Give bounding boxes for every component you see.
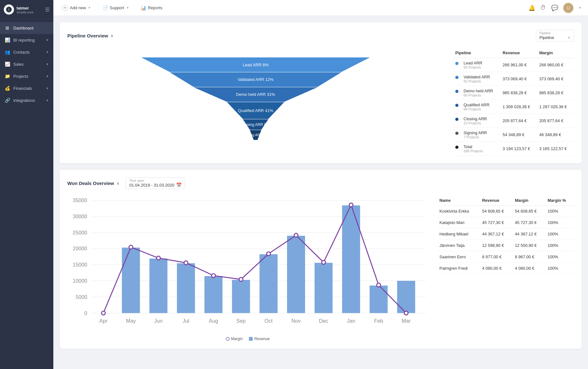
won-deals-title-area: Won Deals Overview ∧ <box>67 181 119 186</box>
sidebar-item-financials[interactable]: 💰 Financials ▼ <box>0 82 53 94</box>
margin-cell: 45 727,30 € <box>513 217 546 228</box>
svg-text:t: t <box>9 8 10 11</box>
svg-text:Oct: Oct <box>264 318 273 324</box>
topbar-left: + Add new ▼ 📄 Support ▼ 📊 Reports <box>60 3 165 13</box>
topbar: + Add new ▼ 📄 Support ▼ 📊 Reports 🔔 ⏱ 💬 … <box>53 0 588 16</box>
logo-area: t taimer Simplify work. ☰ <box>0 0 53 19</box>
revenue-cell: 3 194 123,57 € <box>501 142 537 156</box>
svg-text:Jul: Jul <box>183 318 189 324</box>
margin-pct-cell: 100% <box>546 228 574 240</box>
dot-cell <box>453 72 462 86</box>
pipeline-name-cell: Total 268 Projects <box>462 142 501 156</box>
notifications-icon[interactable]: 🔔 <box>528 4 535 11</box>
integrations-icon: 🔗 <box>4 97 10 103</box>
funnel-chart: Lead ARR 8% Validated ARR 12% Demo held … <box>67 48 444 156</box>
svg-rect-38 <box>315 263 333 313</box>
revenue-col-header: Revenue <box>480 195 513 206</box>
pipeline-name-cell: Demo held ARR 60 Projects <box>462 86 501 100</box>
pipeline-table-row: Validated ARR 55 Projects 373 069,40 € 3… <box>453 72 574 86</box>
pipeline-content: Lead ARR 8% Validated ARR 12% Demo held … <box>67 48 574 156</box>
pipeline-name-cell: Qualified ARR 68 Projects <box>462 100 501 114</box>
sidebar-item-contacts[interactable]: 👥 Contacts ▼ <box>0 46 53 58</box>
margin-col-header: Margin <box>513 195 546 206</box>
reports-button[interactable]: 📊 Reports <box>138 3 165 12</box>
svg-text:35000: 35000 <box>73 197 87 203</box>
person-name-cell: Saarinen Eero <box>438 251 480 263</box>
support-chevron-icon: ▼ <box>126 6 129 10</box>
user-chevron-icon[interactable]: ▼ <box>578 6 582 10</box>
svg-point-52 <box>377 283 381 287</box>
pipeline-table: Pipeline Revenue Margin Lead ARR 55 Proj… <box>453 48 574 156</box>
hamburger-icon[interactable]: ☰ <box>45 7 50 13</box>
pipeline-title-area: Pipeline Overview ∧ <box>67 33 113 38</box>
revenue-cell: 8 977,00 € <box>480 251 513 263</box>
pipeline-name-cell: Closing ARR 23 Projects <box>462 114 501 128</box>
chevron-icon: ▼ <box>46 87 49 90</box>
margin-legend-icon <box>226 337 230 341</box>
app-tagline: Simplify work. <box>17 11 34 14</box>
svg-text:Jan: Jan <box>347 318 356 324</box>
svg-text:Qualified ARR 41%: Qualified ARR 41% <box>238 108 273 113</box>
sidebar-item-dashboard[interactable]: ⊞ Dashboard <box>0 22 53 34</box>
margin-legend-label: Margin <box>231 337 243 341</box>
pipeline-col-header: Pipeline <box>453 48 501 58</box>
sidebar-item-sales[interactable]: 📈 Sales ▼ <box>0 58 53 70</box>
clock-icon[interactable]: ⏱ <box>540 4 546 11</box>
svg-rect-39 <box>342 205 360 313</box>
margin-cell: 1 287 028,36 € <box>538 100 574 114</box>
add-new-label: Add new <box>70 5 86 10</box>
timespan-label: Time span <box>129 179 182 182</box>
dot-cell <box>453 128 462 142</box>
timespan-selector[interactable]: Time span 01.04.2019 - 31.03.2020 📅 <box>126 177 185 189</box>
sidebar-item-label: Contacts <box>13 50 30 55</box>
svg-text:25000: 25000 <box>73 230 87 235</box>
dashboard-icon: ⊞ <box>4 25 10 31</box>
user-avatar[interactable]: U <box>563 3 573 13</box>
svg-point-49 <box>294 234 298 237</box>
svg-text:May: May <box>126 318 136 324</box>
revenue-cell: 1 308 028,36 € <box>501 100 537 114</box>
margin-cell: 46 348,89 € <box>538 128 574 142</box>
pipeline-table-area: Pipeline Revenue Margin Lead ARR 55 Proj… <box>453 48 574 156</box>
pipeline-select[interactable]: Pipeline Pipeline ✕ <box>536 30 574 42</box>
chat-icon[interactable]: 💬 <box>551 4 558 11</box>
margin-cell: 3 165 122,57 € <box>538 142 574 156</box>
svg-rect-31 <box>122 247 140 313</box>
support-button[interactable]: 📄 Support ▼ <box>100 3 132 12</box>
revenue-legend-item: Revenue <box>249 337 270 341</box>
svg-text:Signing ARR 2%: Signing ARR 2% <box>243 133 269 137</box>
sidebar-item-projects[interactable]: 📁 Projects ▼ <box>0 70 53 82</box>
svg-text:30000: 30000 <box>73 214 87 219</box>
pipeline-title-chevron-icon: ∧ <box>110 34 113 38</box>
won-deals-title: Won Deals Overview <box>67 181 114 186</box>
dot-cell <box>453 86 462 100</box>
support-label: Support <box>110 5 124 10</box>
dot-cell <box>453 58 462 72</box>
sidebar-item-label: Sales <box>13 62 24 67</box>
margin-cell: 985 838,28 € <box>538 86 574 100</box>
pipeline-table-row: Total 268 Projects 3 194 123,57 € 3 165 … <box>453 142 574 156</box>
timespan-value: 01.04.2019 - 31.03.2020 📅 <box>129 182 182 188</box>
add-new-button[interactable]: + Add new ▼ <box>60 3 94 13</box>
svg-rect-41 <box>397 281 415 313</box>
sidebar-item-integrations[interactable]: 🔗 Integrations ▼ <box>0 94 53 106</box>
sidebar-item-label: Dashboard <box>13 26 34 30</box>
revenue-cell: 985 838,28 € <box>501 86 537 100</box>
chevron-icon: ▼ <box>46 99 49 102</box>
margin-pct-cell: 100% <box>546 263 574 274</box>
calendar-icon[interactable]: 📅 <box>176 182 182 188</box>
svg-text:10000: 10000 <box>73 278 87 284</box>
select-close-icon[interactable]: ✕ <box>567 36 571 40</box>
projects-icon: 📁 <box>4 73 10 79</box>
pipeline-table-row: Qualified ARR 68 Projects 1 308 028,36 €… <box>453 100 574 114</box>
chevron-icon: ▼ <box>46 63 49 66</box>
bi-reporting-icon: 📊 <box>4 37 10 43</box>
reports-label: Reports <box>148 5 163 10</box>
svg-text:Lead ARR 8%: Lead ARR 8% <box>243 63 269 67</box>
dot-cell <box>453 142 462 156</box>
margin-pct-cell: 100% <box>546 217 574 228</box>
pipeline-select-label: Pipeline <box>539 31 571 35</box>
sidebar-item-bi-reporting[interactable]: 📊 BI reporting ▼ <box>0 34 53 46</box>
svg-text:Sep: Sep <box>236 318 245 324</box>
sidebar-nav: ⊞ Dashboard 📊 BI reporting ▼ 👥 Contacts … <box>0 19 53 369</box>
